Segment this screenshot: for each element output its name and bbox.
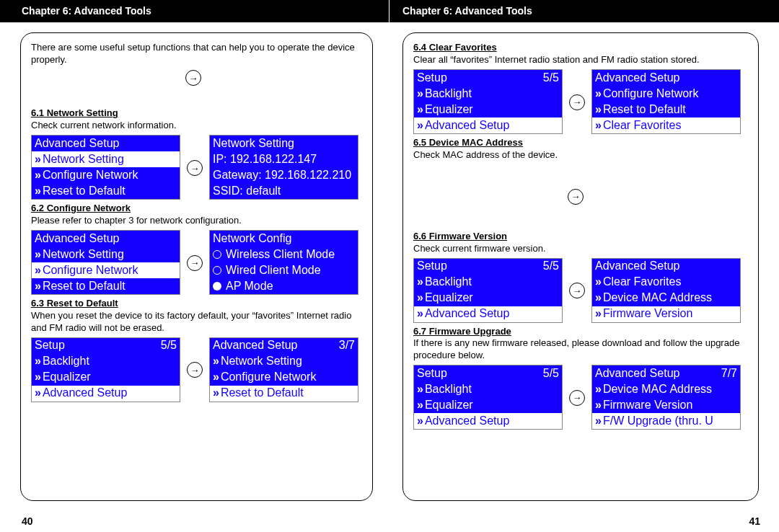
arrow-icon: → <box>563 389 591 406</box>
lcd-screen: Setup5/5 »Backlight »Equalizer »Advanced… <box>413 258 563 323</box>
lcd-line: »Reset to Default <box>592 102 740 118</box>
lcd-line: IP: 192.168.122.147 <box>210 151 358 167</box>
lcd-text: Advanced Setup <box>425 306 509 322</box>
lcd-text: Device MAC Address <box>603 382 712 397</box>
lcd-screen: Advanced Setup »Network Setting »Configu… <box>31 135 180 200</box>
lcd-text: Equalizer <box>425 398 473 413</box>
section-6-7-desc: If there is any new firmware released, p… <box>413 337 748 362</box>
lcd-line: Advanced Setup <box>32 231 180 247</box>
lcd-line: »Backlight <box>414 86 562 102</box>
lcd-text: F/W Upgrade (thru. U <box>603 414 713 429</box>
lcd-text: Wireless Client Mode <box>226 247 335 262</box>
lcd-text: Backlight <box>425 87 472 102</box>
arrow-icon: → <box>563 93 591 110</box>
lcd-text: Configure Network <box>603 87 699 102</box>
arrow-icon: → <box>561 187 590 205</box>
intro-text: There are some useful setup functions th… <box>31 42 362 66</box>
page-41: Chapter 6: Advanced Tools 6.4 Clear Favo… <box>390 0 779 532</box>
lcd-text: Network Setting <box>221 354 302 369</box>
section-6-2-screens: Advanced Setup »Network Setting »Configu… <box>31 230 362 295</box>
lcd-line: »Backlight <box>414 275 562 291</box>
lcd-text: Backlight <box>43 354 89 369</box>
lcd-screen: Advanced Setup7/7 »Device MAC Address »F… <box>591 365 741 430</box>
lcd-text: Equalizer <box>425 102 473 118</box>
lcd-line: »Backlight <box>414 381 562 397</box>
lcd-line-selected: »Advanced Setup <box>414 413 562 429</box>
lcd-title: Setup5/5 <box>414 365 562 381</box>
lcd-text: Reset to Default <box>43 279 126 294</box>
section-6-1-title: 6.1 Network Setting <box>31 107 362 120</box>
lcd-text: Firmware Version <box>603 398 692 413</box>
section-6-2-title: 6.2 Configure Network <box>31 203 362 215</box>
lcd-line: »Device MAC Address <box>592 381 740 397</box>
lcd-line: »Network Setting <box>210 354 358 370</box>
lcd-text: Reset to Default <box>43 184 126 199</box>
arrow-icon: → <box>180 159 209 177</box>
lcd-screen: Advanced Setup »Configure Network »Reset… <box>591 69 741 134</box>
lcd-title: Advanced Setup7/7 <box>592 365 740 381</box>
lcd-line: »Configure Network <box>210 370 358 386</box>
lcd-line: Network Setting <box>210 136 358 151</box>
arrow-icon: → <box>180 361 209 378</box>
section-6-3-screens: Setup5/5 »Backlight »Equalizer »Advanced… <box>31 337 362 402</box>
lcd-text: Configure Network <box>221 370 317 385</box>
two-page-spread: Chapter 6: Advanced Tools There are some… <box>0 0 779 532</box>
arrow-icon: → <box>563 282 591 299</box>
section-6-6-screens: Setup5/5 »Backlight »Equalizer »Advanced… <box>413 258 748 323</box>
content-frame: There are some useful setup functions th… <box>20 32 373 501</box>
lcd-line: »Firmware Version <box>592 397 740 413</box>
chapter-header: Chapter 6: Advanced Tools <box>390 0 779 22</box>
section-6-4-title: 6.4 Clear Favorites <box>413 42 748 54</box>
lcd-line: »Equalizer <box>414 291 562 306</box>
lcd-line-selected: »Firmware Version <box>592 306 740 322</box>
lcd-line: Advanced Setup <box>592 259 740 275</box>
lcd-text: AP Mode <box>226 279 273 294</box>
lcd-line: Wireless Client Mode <box>210 247 358 262</box>
lcd-text: Backlight <box>425 382 472 397</box>
section-6-7-screens: Setup5/5 »Backlight »Equalizer »Advanced… <box>413 365 748 430</box>
lcd-line: »Clear Favorites <box>592 275 740 291</box>
lcd-line: »Equalizer <box>414 397 562 413</box>
arrow-icon: → <box>180 254 209 271</box>
lcd-text: Device MAC Address <box>603 291 712 306</box>
lcd-line-selected: »Configure Network <box>32 262 180 278</box>
lcd-line-selected: »Clear Favorites <box>592 118 740 133</box>
lcd-text: Network Setting <box>43 152 124 167</box>
lcd-screen: Advanced Setup3/7 »Network Setting »Conf… <box>209 337 358 402</box>
lcd-text: Reset to Default <box>603 102 686 118</box>
lcd-text: Advanced Setup <box>425 414 509 429</box>
lcd-text: Configure Network <box>43 263 138 278</box>
section-6-1-desc: Check current network information. <box>31 120 362 132</box>
lcd-line: »Backlight <box>32 354 180 370</box>
lcd-title: Advanced Setup3/7 <box>210 338 358 354</box>
lcd-line: SSID: default <box>210 183 358 199</box>
lcd-line: »Reset to Default <box>32 278 180 294</box>
lcd-screen: Advanced Setup »Network Setting »Configu… <box>31 230 180 295</box>
lcd-title: Setup5/5 <box>414 259 562 275</box>
lcd-text: Advanced Setup <box>43 386 127 401</box>
lcd-text: Firmware Version <box>603 306 692 322</box>
lcd-text: Equalizer <box>43 370 91 385</box>
lcd-line-selected: »Advanced Setup <box>414 306 562 322</box>
lcd-line-selected: »Network Setting <box>32 151 180 167</box>
section-6-2-desc: Please refer to chapter 3 for network co… <box>31 215 362 227</box>
chapter-header: Chapter 6: Advanced Tools <box>0 0 389 22</box>
lcd-line: Gateway: 192.168.122.210 <box>210 167 358 183</box>
page-number: 41 <box>749 515 760 528</box>
section-6-4-screens: Setup5/5 »Backlight »Equalizer »Advanced… <box>413 69 748 134</box>
lcd-line: AP Mode <box>210 278 358 294</box>
section-6-3-title: 6.3 Reset to Default <box>31 298 362 310</box>
lcd-line: »Configure Network <box>592 86 740 102</box>
lcd-screen: Network Config Wireless Client Mode Wire… <box>209 230 358 295</box>
lcd-text: Wired Client Mode <box>226 263 321 278</box>
lcd-screen: Setup5/5 »Backlight »Equalizer »Advanced… <box>31 337 180 402</box>
lcd-title: Setup5/5 <box>414 70 562 86</box>
lcd-text: Clear Favorites <box>603 118 681 133</box>
section-6-3-desc: When you reset the device to its factory… <box>31 310 362 334</box>
lcd-text: Backlight <box>425 275 472 290</box>
section-6-5-title: 6.5 Device MAC Address <box>413 137 748 149</box>
page-number: 40 <box>22 515 33 528</box>
lcd-line: Advanced Setup <box>592 70 740 86</box>
lcd-screen: Advanced Setup »Clear Favorites »Device … <box>591 258 741 323</box>
section-6-1-screens: Advanced Setup »Network Setting »Configu… <box>31 135 362 200</box>
